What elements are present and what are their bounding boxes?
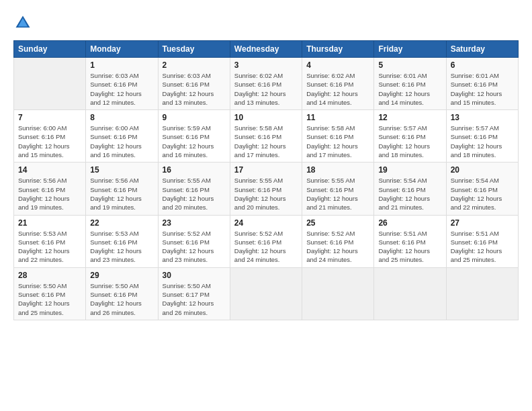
day-info: Sunrise: 5:56 AM Sunset: 6:16 PM Dayligh…: [18, 176, 81, 212]
day-info: Sunrise: 6:03 AM Sunset: 6:16 PM Dayligh…: [163, 71, 226, 107]
day-number: 1: [90, 60, 153, 70]
calendar-table: SundayMondayTuesdayWednesdayThursdayFrid…: [13, 40, 519, 320]
calendar-cell: 30Sunrise: 5:50 AM Sunset: 6:17 PM Dayli…: [158, 267, 230, 320]
page: SundayMondayTuesdayWednesdayThursdayFrid…: [0, 0, 532, 411]
day-info: Sunrise: 5:55 AM Sunset: 6:16 PM Dayligh…: [306, 176, 369, 212]
day-info: Sunrise: 6:02 AM Sunset: 6:16 PM Dayligh…: [234, 71, 298, 107]
calendar-cell: 9Sunrise: 5:59 AM Sunset: 6:16 PM Daylig…: [158, 110, 230, 163]
calendar-cell: 22Sunrise: 5:53 AM Sunset: 6:16 PM Dayli…: [86, 215, 158, 267]
day-number: 26: [378, 218, 441, 228]
calendar-week-3: 14Sunrise: 5:56 AM Sunset: 6:16 PM Dayli…: [14, 163, 519, 215]
calendar-cell: 29Sunrise: 5:50 AM Sunset: 6:16 PM Dayli…: [86, 267, 158, 320]
calendar-cell: 27Sunrise: 5:51 AM Sunset: 6:16 PM Dayli…: [446, 215, 518, 267]
day-number: 19: [378, 165, 441, 175]
day-info: Sunrise: 5:57 AM Sunset: 6:16 PM Dayligh…: [451, 124, 514, 159]
header: [13, 13, 519, 32]
day-number: 14: [18, 165, 81, 175]
calendar-cell: [446, 267, 518, 320]
day-info: Sunrise: 5:54 AM Sunset: 6:16 PM Dayligh…: [378, 176, 441, 212]
day-info: Sunrise: 5:51 AM Sunset: 6:16 PM Dayligh…: [378, 229, 441, 265]
calendar-cell: 11Sunrise: 5:58 AM Sunset: 6:16 PM Dayli…: [302, 110, 374, 163]
day-info: Sunrise: 6:01 AM Sunset: 6:16 PM Dayligh…: [451, 71, 514, 107]
header-day-sunday: Sunday: [14, 41, 86, 58]
day-number: 24: [234, 218, 298, 228]
day-info: Sunrise: 5:58 AM Sunset: 6:16 PM Dayligh…: [234, 124, 298, 159]
calendar-cell: 25Sunrise: 5:52 AM Sunset: 6:16 PM Dayli…: [302, 215, 374, 267]
calendar-cell: 24Sunrise: 5:52 AM Sunset: 6:16 PM Dayli…: [230, 215, 302, 267]
day-number: 11: [306, 113, 369, 122]
calendar-cell: 19Sunrise: 5:54 AM Sunset: 6:16 PM Dayli…: [374, 163, 446, 215]
header-row: SundayMondayTuesdayWednesdayThursdayFrid…: [14, 41, 519, 58]
calendar-week-4: 21Sunrise: 5:53 AM Sunset: 6:16 PM Dayli…: [14, 215, 519, 267]
calendar-cell: 23Sunrise: 5:52 AM Sunset: 6:16 PM Dayli…: [158, 215, 230, 267]
calendar-cell: 16Sunrise: 5:55 AM Sunset: 6:16 PM Dayli…: [158, 163, 230, 215]
calendar-cell: 5Sunrise: 6:01 AM Sunset: 6:16 PM Daylig…: [374, 58, 446, 110]
day-info: Sunrise: 6:03 AM Sunset: 6:16 PM Dayligh…: [90, 71, 153, 107]
calendar-week-1: 1Sunrise: 6:03 AM Sunset: 6:16 PM Daylig…: [14, 58, 519, 110]
calendar-cell: 21Sunrise: 5:53 AM Sunset: 6:16 PM Dayli…: [14, 215, 86, 267]
day-info: Sunrise: 5:53 AM Sunset: 6:16 PM Dayligh…: [18, 229, 81, 265]
day-number: 30: [163, 271, 226, 280]
day-number: 15: [90, 165, 153, 175]
day-number: 5: [378, 60, 441, 70]
calendar-cell: 26Sunrise: 5:51 AM Sunset: 6:16 PM Dayli…: [374, 215, 446, 267]
calendar-cell: 7Sunrise: 6:00 AM Sunset: 6:16 PM Daylig…: [14, 110, 86, 163]
day-number: 21: [18, 218, 81, 228]
day-number: 27: [451, 218, 514, 228]
day-number: 4: [306, 60, 369, 70]
day-info: Sunrise: 5:53 AM Sunset: 6:16 PM Dayligh…: [90, 229, 153, 265]
day-number: 3: [234, 60, 298, 70]
day-info: Sunrise: 5:50 AM Sunset: 6:16 PM Dayligh…: [18, 281, 81, 317]
day-info: Sunrise: 5:56 AM Sunset: 6:16 PM Dayligh…: [90, 176, 153, 212]
calendar-cell: 4Sunrise: 6:02 AM Sunset: 6:16 PM Daylig…: [302, 58, 374, 110]
day-number: 22: [90, 218, 153, 228]
calendar-cell: 15Sunrise: 5:56 AM Sunset: 6:16 PM Dayli…: [86, 163, 158, 215]
header-day-saturday: Saturday: [446, 41, 518, 58]
header-day-monday: Monday: [86, 41, 158, 58]
calendar-cell: 6Sunrise: 6:01 AM Sunset: 6:16 PM Daylig…: [446, 58, 518, 110]
day-number: 29: [90, 271, 153, 280]
calendar-cell: 8Sunrise: 6:00 AM Sunset: 6:16 PM Daylig…: [86, 110, 158, 163]
header-day-thursday: Thursday: [302, 41, 374, 58]
day-info: Sunrise: 5:51 AM Sunset: 6:16 PM Dayligh…: [451, 229, 514, 265]
day-number: 13: [451, 113, 514, 122]
calendar-cell: 28Sunrise: 5:50 AM Sunset: 6:16 PM Dayli…: [14, 267, 86, 320]
day-number: 23: [163, 218, 226, 228]
day-info: Sunrise: 5:55 AM Sunset: 6:16 PM Dayligh…: [234, 176, 298, 212]
calendar-week-2: 7Sunrise: 6:00 AM Sunset: 6:16 PM Daylig…: [14, 110, 519, 163]
day-number: 20: [451, 165, 514, 175]
calendar-cell: 18Sunrise: 5:55 AM Sunset: 6:16 PM Dayli…: [302, 163, 374, 215]
calendar-cell: 3Sunrise: 6:02 AM Sunset: 6:16 PM Daylig…: [230, 58, 302, 110]
day-info: Sunrise: 5:54 AM Sunset: 6:16 PM Dayligh…: [451, 176, 514, 212]
calendar-cell: 17Sunrise: 5:55 AM Sunset: 6:16 PM Dayli…: [230, 163, 302, 215]
header-day-wednesday: Wednesday: [230, 41, 302, 58]
calendar-cell: [230, 267, 302, 320]
calendar-cell: 2Sunrise: 6:03 AM Sunset: 6:16 PM Daylig…: [158, 58, 230, 110]
day-number: 6: [451, 60, 514, 70]
day-info: Sunrise: 5:50 AM Sunset: 6:16 PM Dayligh…: [90, 281, 153, 317]
calendar-cell: 1Sunrise: 6:03 AM Sunset: 6:16 PM Daylig…: [86, 58, 158, 110]
day-number: 10: [234, 113, 298, 122]
day-info: Sunrise: 5:52 AM Sunset: 6:16 PM Dayligh…: [306, 229, 369, 265]
calendar-cell: 14Sunrise: 5:56 AM Sunset: 6:16 PM Dayli…: [14, 163, 86, 215]
day-number: 17: [234, 165, 298, 175]
day-info: Sunrise: 6:00 AM Sunset: 6:16 PM Dayligh…: [90, 124, 153, 159]
day-number: 28: [18, 271, 81, 280]
day-number: 9: [163, 113, 226, 122]
day-info: Sunrise: 5:59 AM Sunset: 6:16 PM Dayligh…: [163, 124, 226, 159]
day-number: 18: [306, 165, 369, 175]
day-number: 2: [163, 60, 226, 70]
calendar-cell: 13Sunrise: 5:57 AM Sunset: 6:16 PM Dayli…: [446, 110, 518, 163]
day-info: Sunrise: 5:58 AM Sunset: 6:16 PM Dayligh…: [306, 124, 369, 159]
calendar-cell: 12Sunrise: 5:57 AM Sunset: 6:16 PM Dayli…: [374, 110, 446, 163]
day-number: 12: [378, 113, 441, 122]
day-info: Sunrise: 5:52 AM Sunset: 6:16 PM Dayligh…: [163, 229, 226, 265]
logo: [13, 13, 35, 32]
day-info: Sunrise: 5:50 AM Sunset: 6:17 PM Dayligh…: [163, 281, 226, 317]
day-number: 7: [18, 113, 81, 122]
calendar-cell: [374, 267, 446, 320]
day-number: 25: [306, 218, 369, 228]
calendar-week-5: 28Sunrise: 5:50 AM Sunset: 6:16 PM Dayli…: [14, 267, 519, 320]
calendar-cell: [14, 58, 86, 110]
calendar-cell: 20Sunrise: 5:54 AM Sunset: 6:16 PM Dayli…: [446, 163, 518, 215]
